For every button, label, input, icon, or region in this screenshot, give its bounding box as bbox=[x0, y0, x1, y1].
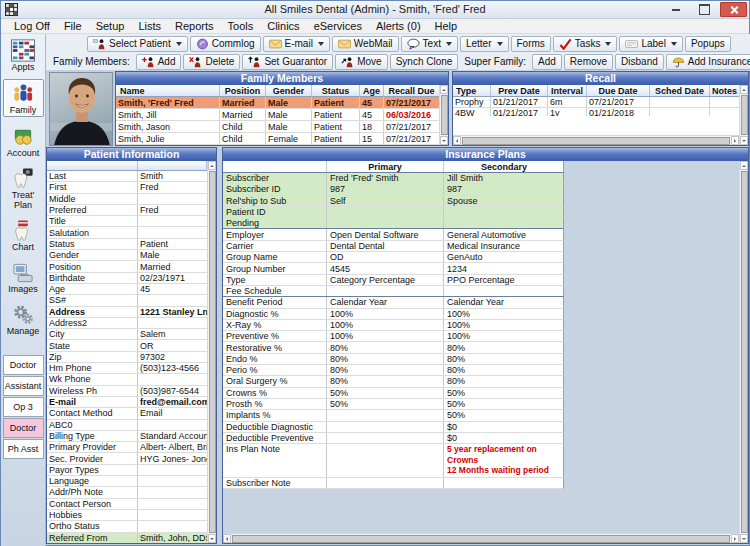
insurance-row-oral-surgery[interactable]: Oral Surgery %80%80% bbox=[223, 376, 564, 387]
toolbar-button-set-guarantor[interactable]: Set Guarantor bbox=[242, 54, 333, 70]
insurance-row-group-number[interactable]: Group Number45451234 bbox=[223, 263, 564, 274]
dropdown-arrow-icon[interactable] bbox=[318, 42, 324, 49]
sidebar-module-treat-plan[interactable]: Treat' Plan bbox=[3, 165, 44, 211]
patient-info-row-city[interactable]: CitySalem bbox=[47, 329, 207, 340]
scroll-down-icon[interactable] bbox=[740, 136, 748, 145]
insurance-row-ins-plan-note[interactable]: Ins Plan Note5 year replacement on Crown… bbox=[223, 444, 564, 478]
insurance-row-pending[interactable]: Pending bbox=[223, 218, 564, 229]
scroll-left-icon[interactable] bbox=[453, 136, 461, 145]
insurance-vertical-scrollbar[interactable] bbox=[739, 161, 748, 543]
menu-item-alerts-0[interactable]: Alerts (0) bbox=[369, 20, 428, 32]
insurance-row-subscriber-id[interactable]: Subscriber ID987987 bbox=[223, 184, 564, 195]
scrollbar-thumb[interactable] bbox=[741, 95, 748, 135]
sidebar-module-manage[interactable]: Manage bbox=[3, 301, 44, 337]
patient-info-row-address[interactable]: Address1221 Stanley Ln bbox=[47, 307, 207, 318]
patient-info-row-abc0[interactable]: ABC0 bbox=[47, 420, 207, 431]
patient-info-row-address2[interactable]: Address2 bbox=[47, 318, 207, 329]
insurance-row-fee-schedule[interactable]: Fee Schedule bbox=[223, 286, 564, 297]
toolbar-button-add[interactable]: Add bbox=[532, 54, 562, 70]
scroll-up-icon[interactable] bbox=[440, 85, 448, 94]
patient-info-row-state[interactable]: StateOR bbox=[47, 340, 207, 351]
toolbar-button-add-insurance[interactable]: Add Insurance bbox=[666, 54, 750, 70]
insurance-row-group-name[interactable]: Group NameODGenAuto bbox=[223, 252, 564, 263]
insurance-row-deductible-diagnostic[interactable]: Deductible Diagnostic$0 bbox=[223, 422, 564, 433]
patient-info-row-ss[interactable]: SS# bbox=[47, 295, 207, 306]
dropdown-arrow-icon[interactable] bbox=[497, 42, 503, 49]
dropdown-arrow-icon[interactable] bbox=[671, 42, 677, 49]
scroll-down-icon[interactable] bbox=[740, 534, 748, 543]
family-member-row[interactable]: Smith, JulieChildFemalePatient1507/21/20… bbox=[116, 133, 439, 145]
menu-item-setup[interactable]: Setup bbox=[89, 20, 132, 32]
patient-info-row-ortho-status[interactable]: Ortho Status bbox=[47, 521, 207, 532]
insurance-row-endo[interactable]: Endo %80%80% bbox=[223, 354, 564, 365]
toolbar-button-synch-clone[interactable]: Synch Clone bbox=[390, 54, 459, 70]
toolbar-button-move[interactable]: Move bbox=[335, 54, 387, 70]
insurance-row-x-ray[interactable]: X-Ray %100%100% bbox=[223, 320, 564, 331]
insurance-row-carrier[interactable]: CarrierDental DentalMedical Insurance bbox=[223, 241, 564, 252]
toolbar-button-popups[interactable]: Popups bbox=[685, 36, 731, 52]
insurance-row-type[interactable]: TypeCategory PercentagePPO Percentage bbox=[223, 275, 564, 286]
patient-info-row-billing-type[interactable]: Billing TypeStandard Account bbox=[47, 431, 207, 442]
minimize-button[interactable] bbox=[662, 2, 689, 17]
recall-row[interactable]: Prophy01/21/20176m07/21/2017 bbox=[453, 97, 739, 108]
toolbar-button-forms[interactable]: Forms bbox=[511, 36, 551, 52]
menu-item-log-off[interactable]: Log Off bbox=[7, 20, 57, 32]
title-bar[interactable]: All Smiles Dental (Admin) - Smith, 'Fred… bbox=[1, 1, 749, 19]
toolbar-button-add[interactable]: Add bbox=[136, 54, 182, 70]
insurance-row-subscriber[interactable]: SubscriberFred 'Fred' SmithJill Smith bbox=[223, 173, 564, 184]
scroll-right-icon[interactable] bbox=[731, 136, 739, 145]
insurance-row-crowns[interactable]: Crowns %50%50% bbox=[223, 388, 564, 399]
toolbar-button-e-mail[interactable]: E-mail bbox=[263, 36, 330, 52]
patient-info-row-wk-phone[interactable]: Wk Phone bbox=[47, 374, 207, 385]
insurance-horizontal-scrollbar[interactable] bbox=[223, 533, 739, 543]
scrollbar-thumb[interactable] bbox=[462, 137, 730, 145]
patient-info-row-hobbies[interactable]: Hobbies bbox=[47, 510, 207, 521]
toolbar-button-disband[interactable]: Disband bbox=[615, 54, 664, 70]
toolbar-button-commlog[interactable]: Commlog bbox=[190, 36, 261, 52]
menu-item-clinics[interactable]: Clinics bbox=[260, 20, 306, 32]
scroll-up-icon[interactable] bbox=[740, 85, 748, 94]
recall-vertical-scrollbar[interactable] bbox=[739, 85, 748, 145]
family-member-row[interactable]: Smith, 'Fred' FredMarriedMalePatient4507… bbox=[116, 97, 439, 109]
dropdown-arrow-icon[interactable] bbox=[605, 42, 611, 49]
provider-button-0-doctor[interactable]: Doctor bbox=[3, 355, 44, 375]
scrollbar-thumb[interactable] bbox=[441, 95, 448, 135]
scroll-up-icon[interactable] bbox=[740, 161, 748, 170]
insurance-row-perio[interactable]: Perio %80%80% bbox=[223, 365, 564, 376]
provider-button-3-doctor[interactable]: Doctor bbox=[3, 418, 44, 438]
family-member-row[interactable]: Smith, JasonChildMalePatient1807/21/2017 bbox=[116, 121, 439, 133]
patient-info-row-first[interactable]: FirstFred bbox=[47, 182, 207, 193]
sidebar-module-family[interactable]: Family bbox=[3, 79, 44, 117]
dropdown-arrow-icon[interactable] bbox=[176, 42, 182, 49]
scroll-left-icon[interactable] bbox=[223, 534, 231, 543]
maximize-button[interactable] bbox=[691, 2, 718, 17]
patient-info-row-contact-person[interactable]: Contact Person bbox=[47, 499, 207, 510]
patient-info-row-status[interactable]: StatusPatient bbox=[47, 239, 207, 250]
toolbar-button-letter[interactable]: Letter bbox=[460, 36, 509, 52]
menu-item-file[interactable]: File bbox=[57, 20, 89, 32]
scrollbar-thumb[interactable] bbox=[232, 535, 730, 543]
scrollbar-thumb[interactable] bbox=[741, 171, 748, 533]
patient-info-row-primary-provider[interactable]: Primary ProviderAlbert- Albert, Brian bbox=[47, 442, 207, 453]
sidebar-module-chart[interactable]: Chart bbox=[3, 217, 44, 253]
insurance-row-rel-ship-to-sub[interactable]: Rel'ship to SubSelfSpouse bbox=[223, 196, 564, 207]
scroll-up-icon[interactable] bbox=[208, 161, 216, 170]
patient-info-row-position[interactable]: PositionMarried bbox=[47, 261, 207, 272]
menu-item-help[interactable]: Help bbox=[428, 20, 465, 32]
patient-info-row-middle[interactable]: Middle bbox=[47, 194, 207, 205]
menu-item-reports[interactable]: Reports bbox=[168, 20, 221, 32]
insurance-row-prosth[interactable]: Prosth %50%50% bbox=[223, 399, 564, 410]
patient-info-row-e-mail[interactable]: E-mailfred@email.com bbox=[47, 397, 207, 408]
sidebar-module-appts[interactable]: Appts bbox=[3, 37, 44, 73]
insurance-row-deductible-preventive[interactable]: Deductible Preventive$0 bbox=[223, 433, 564, 444]
patient-info-row-title[interactable]: Title bbox=[47, 216, 207, 227]
patient-info-row-sec-provider[interactable]: Sec. ProviderHYG Jones- Jones, Tina bbox=[47, 453, 207, 464]
recall-horizontal-scrollbar[interactable] bbox=[453, 135, 739, 145]
patient-info-row-hm-phone[interactable]: Hm Phone(503)123-4566 bbox=[47, 363, 207, 374]
patient-info-row-birthdate[interactable]: Birthdate02/23/1971 bbox=[47, 273, 207, 284]
insurance-row-employer[interactable]: EmployerOpen Dental SoftwareGeneral Auto… bbox=[223, 229, 564, 240]
close-button[interactable] bbox=[720, 2, 747, 17]
toolbar-button-label[interactable]: Label bbox=[619, 36, 682, 52]
family-vertical-scrollbar[interactable] bbox=[439, 85, 448, 145]
toolbar-button-text[interactable]: Text bbox=[401, 36, 458, 52]
